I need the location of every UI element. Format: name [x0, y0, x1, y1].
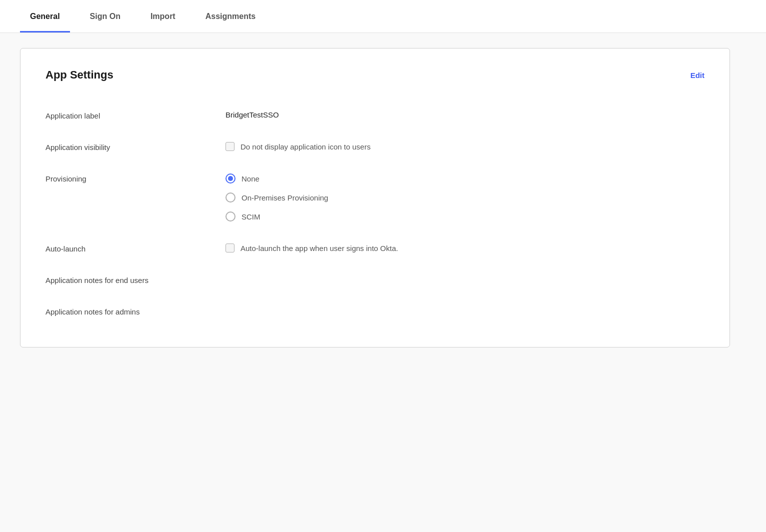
application-visibility-value: Do not display application icon to users	[226, 142, 704, 151]
visibility-checkbox-row: Do not display application icon to users	[226, 142, 704, 151]
provisioning-radio-group: None On-Premises Provisioning SCIM	[226, 174, 704, 222]
provisioning-option-none: None	[226, 174, 704, 184]
provisioning-row: Provisioning None On-Premises Provisioni…	[46, 162, 704, 232]
provisioning-none-label: None	[242, 174, 260, 183]
tab-general[interactable]: General	[20, 0, 70, 32]
tab-import[interactable]: Import	[140, 0, 186, 32]
notes-end-users-row: Application notes for end users	[46, 264, 704, 296]
notes-admins-label: Application notes for admins	[46, 306, 226, 316]
edit-button[interactable]: Edit	[690, 71, 704, 80]
main-content: App Settings Edit Application label Brid…	[0, 33, 766, 362]
app-settings-card: App Settings Edit Application label Brid…	[20, 48, 730, 348]
auto-launch-checkbox[interactable]	[226, 244, 234, 252]
provisioning-option-scim: SCIM	[226, 212, 704, 222]
provisioning-on-premises-label: On-Premises Provisioning	[242, 194, 328, 202]
auto-launch-checkbox-row: Auto-launch the app when user signs into…	[226, 244, 704, 252]
visibility-checkbox[interactable]	[226, 142, 234, 151]
provisioning-scim-label: SCIM	[242, 212, 260, 221]
provisioning-radio-none[interactable]	[226, 174, 236, 184]
application-label-row: Application label BridgetTestSSO	[46, 100, 704, 131]
auto-launch-row: Auto-launch Auto-launch the app when use…	[46, 232, 704, 264]
notes-admins-row: Application notes for admins	[46, 296, 704, 327]
tab-assignments[interactable]: Assignments	[196, 0, 266, 32]
application-visibility-label: Application visibility	[46, 142, 226, 152]
tab-sign-on[interactable]: Sign On	[80, 0, 130, 32]
visibility-checkbox-label: Do not display application icon to users	[240, 142, 370, 151]
provisioning-label: Provisioning	[46, 174, 226, 183]
provisioning-options: None On-Premises Provisioning SCIM	[226, 174, 704, 222]
tabs-bar: General Sign On Import Assignments	[0, 0, 766, 33]
application-label-label: Application label	[46, 110, 226, 120]
application-label-value: BridgetTestSSO	[226, 110, 704, 119]
card-header: App Settings Edit	[46, 68, 704, 82]
application-visibility-row: Application visibility Do not display ap…	[46, 131, 704, 162]
notes-end-users-label: Application notes for end users	[46, 275, 226, 284]
provisioning-radio-on-premises[interactable]	[226, 192, 236, 202]
provisioning-radio-scim[interactable]	[226, 212, 236, 222]
auto-launch-label: Auto-launch	[46, 244, 226, 253]
provisioning-option-on-premises: On-Premises Provisioning	[226, 192, 704, 202]
auto-launch-value: Auto-launch the app when user signs into…	[226, 244, 704, 252]
auto-launch-checkbox-label: Auto-launch the app when user signs into…	[240, 244, 398, 252]
card-title: App Settings	[46, 68, 114, 82]
